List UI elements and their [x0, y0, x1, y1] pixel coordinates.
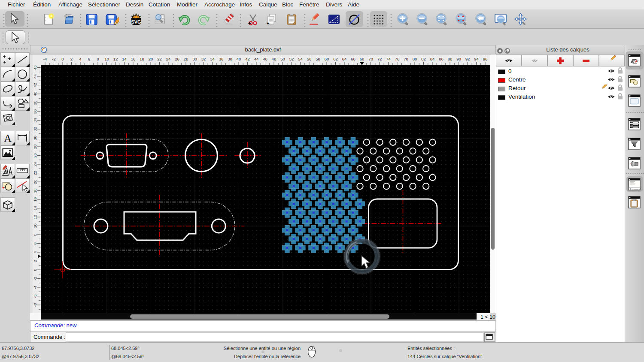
svg-text:70: 70	[368, 57, 373, 61]
svg-text:36: 36	[219, 57, 224, 61]
svg-text:A: A	[4, 133, 12, 144]
svg-text:-6: -6	[33, 294, 37, 298]
svg-text:62: 62	[333, 57, 338, 61]
svg-text:-2: -2	[33, 277, 37, 280]
svg-text:12: 12	[33, 215, 37, 220]
svg-text:8: 8	[33, 233, 37, 235]
svg-text:30: 30	[33, 136, 37, 140]
svg-text:38: 38	[228, 57, 232, 61]
svg-text:38: 38	[33, 100, 37, 105]
svg-text:74: 74	[386, 57, 391, 61]
svg-text:86: 86	[439, 57, 444, 61]
svg-text:8: 8	[97, 57, 99, 61]
svg-text:26: 26	[33, 153, 37, 158]
svg-text:64: 64	[342, 57, 347, 61]
svg-text:+: +	[248, 21, 251, 26]
svg-text:32: 32	[201, 57, 206, 61]
svg-text:0: 0	[33, 268, 37, 271]
svg-text:16: 16	[131, 57, 136, 61]
svg-text:46: 46	[33, 65, 37, 70]
svg-text:90: 90	[456, 57, 461, 61]
svg-text:SVG: SVG	[131, 19, 141, 24]
svg-text:14: 14	[33, 206, 37, 211]
svg-text:72: 72	[377, 57, 382, 61]
svg-text:34: 34	[33, 118, 37, 123]
svg-text:-8: -8	[33, 303, 37, 307]
svg-text:76: 76	[395, 57, 400, 61]
svg-text:60: 60	[325, 57, 329, 61]
svg-text:6: 6	[88, 57, 90, 61]
svg-text:22: 22	[33, 171, 37, 175]
svg-text:34: 34	[210, 57, 215, 61]
svg-text:4: 4	[33, 251, 37, 253]
svg-text:10: 10	[104, 57, 109, 61]
svg-text:+: +	[267, 21, 269, 26]
svg-text:24: 24	[166, 57, 171, 61]
svg-text:92: 92	[465, 57, 470, 61]
svg-text:58: 58	[316, 57, 320, 61]
svg-text:28: 28	[184, 57, 188, 61]
svg-text:12: 12	[113, 57, 118, 61]
svg-text:42: 42	[33, 83, 37, 87]
svg-text:40: 40	[33, 92, 37, 97]
svg-text:18: 18	[140, 57, 144, 61]
svg-text:28: 28	[33, 145, 37, 149]
svg-text:20: 20	[149, 57, 153, 61]
svg-text:66: 66	[351, 57, 355, 61]
svg-text:46: 46	[263, 57, 267, 61]
svg-text:78: 78	[404, 57, 408, 61]
svg-text:2: 2	[33, 260, 37, 262]
svg-text:36: 36	[33, 109, 37, 114]
svg-text:10: 10	[33, 223, 37, 228]
svg-text:42: 42	[245, 57, 250, 61]
svg-text:26: 26	[175, 57, 179, 61]
svg-text:56: 56	[307, 57, 312, 61]
svg-text:84: 84	[430, 57, 435, 61]
svg-text:48: 48	[272, 57, 276, 61]
svg-text:18: 18	[33, 188, 37, 193]
svg-text:50: 50	[280, 57, 285, 61]
svg-text:-2: -2	[52, 57, 55, 61]
svg-text:16: 16	[33, 197, 37, 202]
svg-text:54: 54	[298, 57, 303, 61]
svg-text:40: 40	[237, 57, 241, 61]
svg-text:-4: -4	[33, 286, 37, 289]
svg-text:-4: -4	[43, 57, 47, 61]
svg-text:20: 20	[33, 180, 37, 184]
svg-text:52: 52	[289, 57, 294, 61]
svg-text:6: 6	[33, 242, 37, 244]
svg-text:24: 24	[33, 162, 37, 167]
svg-text:94: 94	[474, 57, 479, 61]
svg-text:44: 44	[254, 57, 259, 61]
svg-text:22: 22	[157, 57, 162, 61]
svg-text:4: 4	[79, 57, 81, 61]
svg-text:30: 30	[192, 57, 197, 61]
svg-text:14: 14	[122, 57, 127, 61]
svg-text:82: 82	[421, 57, 426, 61]
svg-text:96: 96	[483, 57, 488, 61]
svg-text:80: 80	[413, 57, 417, 61]
svg-text:32: 32	[33, 127, 37, 132]
svg-text:44: 44	[33, 74, 37, 79]
svg-text:68: 68	[360, 57, 365, 61]
svg-text:88: 88	[448, 57, 453, 61]
svg-text:2: 2	[70, 57, 73, 61]
svg-text:0: 0	[61, 57, 64, 61]
